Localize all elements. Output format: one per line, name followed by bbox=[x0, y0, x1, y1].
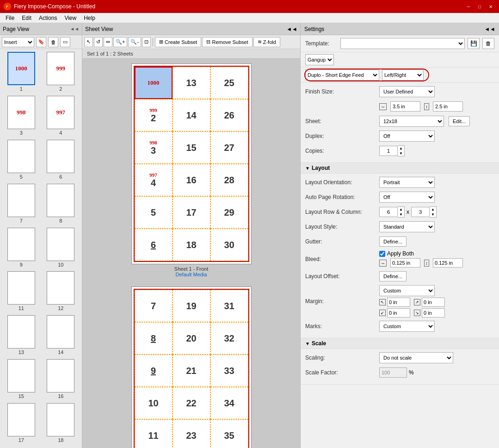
cell-2-3[interactable]: 26 bbox=[210, 99, 248, 131]
sheet-select[interactable]: 12x18 bbox=[379, 116, 444, 127]
page-thumbnail-1[interactable]: 1000 bbox=[7, 52, 35, 85]
layout-style-select[interactable]: Standard bbox=[379, 221, 435, 232]
menu-file[interactable]: File bbox=[2, 14, 18, 22]
margin-top-left-input[interactable] bbox=[387, 298, 410, 307]
s2-cell-1-3[interactable]: 31 bbox=[210, 290, 248, 322]
cell-6-2[interactable]: 18 bbox=[172, 229, 210, 261]
bleed-apply-both-checkbox[interactable] bbox=[379, 251, 385, 257]
cell-4-3[interactable]: 28 bbox=[210, 164, 248, 196]
gutter-define-button[interactable]: Define... bbox=[379, 236, 407, 247]
copies-down-button[interactable]: ▼ bbox=[398, 151, 404, 156]
zoom-in-tool[interactable]: 🔍+ bbox=[113, 37, 127, 47]
minimize-button[interactable]: ─ bbox=[464, 3, 473, 10]
layout-offset-define-button[interactable]: Define... bbox=[379, 271, 407, 281]
page-thumbnail-13[interactable] bbox=[7, 315, 35, 348]
page-thumbnail-2[interactable]: 999 bbox=[47, 52, 74, 85]
s2-cell-2-1[interactable]: 8 bbox=[135, 322, 172, 355]
page-thumbnail-9[interactable] bbox=[7, 228, 35, 261]
page-thumbnail-18[interactable] bbox=[47, 403, 74, 436]
cols-down-button[interactable]: ▼ bbox=[430, 212, 436, 217]
duplex-select[interactable]: Off bbox=[379, 131, 435, 142]
cell-1-2[interactable]: 13 bbox=[172, 67, 210, 99]
s2-cell-1-2[interactable]: 19 bbox=[172, 290, 210, 322]
s2-cell-3-1[interactable]: 9 bbox=[135, 355, 172, 387]
s2-cell-2-2[interactable]: 20 bbox=[172, 322, 210, 355]
duplo-select[interactable]: Duplo - Short Edge Feed bbox=[305, 69, 379, 81]
s2-cell-2-3[interactable]: 32 bbox=[210, 322, 248, 355]
close-button[interactable]: ✕ bbox=[486, 3, 495, 10]
cell-4-1[interactable]: 997 4 bbox=[135, 164, 172, 196]
z-fold-button[interactable]: ≋ Z-fold bbox=[253, 37, 280, 47]
cell-5-1[interactable]: 5 bbox=[135, 196, 172, 229]
create-subset-button[interactable]: ⊞ Create Subset bbox=[155, 37, 201, 47]
margin-bottom-left-input[interactable] bbox=[387, 308, 410, 317]
flip-tool[interactable]: ⇔ bbox=[104, 37, 112, 47]
page-thumbnail-12[interactable] bbox=[47, 271, 74, 305]
s2-cell-3-3[interactable]: 33 bbox=[210, 355, 248, 387]
page-thumbnail-8[interactable] bbox=[47, 184, 74, 217]
s2-cell-5-3[interactable]: 35 bbox=[210, 419, 248, 448]
sheet-view-expand[interactable]: ◄◄ bbox=[286, 26, 297, 32]
s2-cell-5-2[interactable]: 23 bbox=[172, 419, 210, 448]
cell-2-1[interactable]: 999 2 bbox=[135, 99, 172, 131]
fit-tool[interactable]: ⊡ bbox=[142, 37, 151, 47]
scaling-select[interactable]: Do not scale bbox=[379, 352, 453, 363]
finish-height-input[interactable] bbox=[433, 101, 463, 112]
bookmark-button[interactable]: 🔖 bbox=[36, 37, 46, 47]
menu-view[interactable]: View bbox=[61, 14, 80, 22]
finish-size-select[interactable]: User Defined bbox=[379, 86, 435, 97]
cols-input[interactable] bbox=[411, 207, 430, 217]
cell-5-3[interactable]: 29 bbox=[210, 196, 248, 229]
cell-3-1[interactable]: 998 3 bbox=[135, 131, 172, 164]
cell-3-3[interactable]: 27 bbox=[210, 131, 248, 164]
frame-button[interactable]: ▭ bbox=[60, 37, 70, 47]
bleed-height-input[interactable] bbox=[433, 258, 463, 268]
settings-expand[interactable]: ◄◄ bbox=[484, 26, 495, 32]
scale-factor-input[interactable] bbox=[379, 367, 407, 378]
menu-help[interactable]: Help bbox=[80, 14, 99, 22]
cell-5-2[interactable]: 17 bbox=[172, 196, 210, 229]
rows-up-button[interactable]: ▲ bbox=[398, 207, 404, 212]
save-template-button[interactable]: 💾 bbox=[468, 38, 480, 49]
sheet-edit-button[interactable]: Edit... bbox=[449, 116, 470, 126]
cell-2-2[interactable]: 14 bbox=[172, 99, 210, 131]
page-thumbnail-15[interactable] bbox=[7, 359, 35, 392]
finish-width-input[interactable] bbox=[390, 101, 420, 112]
cell-1-1[interactable]: 1000 bbox=[135, 67, 172, 99]
copies-up-button[interactable]: ▲ bbox=[398, 146, 404, 151]
s2-cell-4-1[interactable]: 10 bbox=[135, 387, 172, 419]
s2-cell-4-2[interactable]: 22 bbox=[172, 387, 210, 419]
scale-section-header[interactable]: ▼ Scale bbox=[301, 338, 499, 349]
margin-bottom-right-input[interactable] bbox=[422, 308, 445, 317]
page-thumbnail-3[interactable]: 998 bbox=[7, 96, 35, 129]
rows-input[interactable] bbox=[379, 207, 398, 217]
rotate-tool[interactable]: ↺ bbox=[94, 37, 103, 47]
s2-cell-3-2[interactable]: 21 bbox=[172, 355, 210, 387]
default-media-link[interactable]: Default Media bbox=[176, 272, 207, 277]
layout-section-header[interactable]: ▼ Layout bbox=[301, 163, 499, 174]
rows-down-button[interactable]: ▼ bbox=[398, 212, 404, 217]
gangup-select[interactable]: Gangup bbox=[305, 54, 334, 65]
cell-4-2[interactable]: 16 bbox=[172, 164, 210, 196]
page-thumbnail-14[interactable] bbox=[47, 315, 74, 348]
cell-6-3[interactable]: 30 bbox=[210, 229, 248, 261]
cols-up-button[interactable]: ▲ bbox=[430, 207, 436, 212]
template-select[interactable] bbox=[340, 38, 465, 49]
menu-edit[interactable]: Edit bbox=[18, 14, 35, 22]
margin-top-right-input[interactable] bbox=[422, 298, 445, 307]
s2-cell-1-1[interactable]: 7 bbox=[135, 290, 172, 322]
page-thumbnail-4[interactable]: 997 bbox=[47, 96, 74, 129]
cell-1-3[interactable]: 25 bbox=[210, 67, 248, 99]
auto-page-rotation-select[interactable]: Off bbox=[379, 192, 435, 203]
margin-select[interactable]: Custom bbox=[379, 285, 435, 296]
bleed-apply-both-label[interactable]: Apply Both bbox=[379, 250, 414, 257]
s2-cell-4-3[interactable]: 34 bbox=[210, 387, 248, 419]
page-thumbnail-11[interactable] bbox=[7, 271, 35, 305]
layout-orientation-select[interactable]: Portrait bbox=[379, 177, 435, 188]
zoom-out-tool[interactable]: 🔍- bbox=[128, 37, 141, 47]
s2-cell-5-1[interactable]: 11 bbox=[135, 419, 172, 448]
page-thumbnail-16[interactable] bbox=[47, 359, 74, 392]
menu-actions[interactable]: Actions bbox=[35, 14, 61, 22]
bleed-width-input[interactable] bbox=[390, 258, 420, 268]
page-thumbnail-7[interactable] bbox=[7, 184, 35, 217]
